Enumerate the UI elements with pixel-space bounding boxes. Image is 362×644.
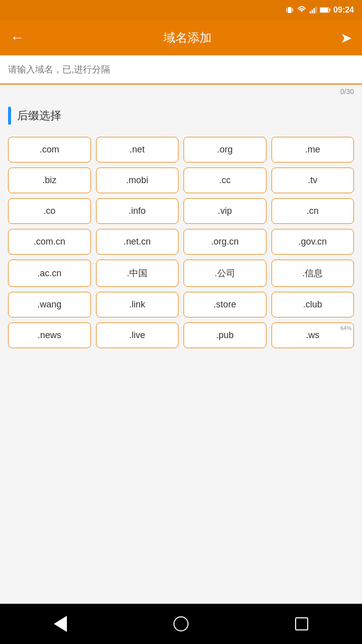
tld-button[interactable]: .com.cn bbox=[8, 229, 91, 255]
header: ← 域名添加 ➤ bbox=[0, 20, 362, 55]
svg-rect-1 bbox=[286, 8, 287, 12]
tld-button[interactable]: .com bbox=[8, 137, 91, 163]
section-title: 后缀选择 bbox=[17, 108, 61, 123]
tld-button[interactable]: .公司 bbox=[184, 260, 266, 287]
vibrate-icon bbox=[285, 6, 294, 15]
domain-input[interactable] bbox=[8, 55, 354, 84]
svg-rect-8 bbox=[329, 9, 330, 12]
tld-button[interactable]: .org bbox=[184, 137, 266, 163]
tld-button[interactable]: .gov.cn bbox=[272, 229, 354, 255]
tld-button[interactable]: .store bbox=[184, 292, 266, 317]
tld-button[interactable]: .live bbox=[96, 323, 179, 348]
tld-button[interactable]: .co bbox=[8, 198, 91, 224]
back-button[interactable]: ← bbox=[10, 30, 24, 46]
bottom-nav bbox=[0, 604, 362, 644]
input-counter: 0/30 bbox=[340, 88, 354, 96]
input-area bbox=[0, 55, 362, 85]
tld-grid: .com.net.org.me.biz.mobi.cc.tv.co.info.v… bbox=[0, 137, 362, 358]
tld-button[interactable]: .cc bbox=[184, 168, 266, 193]
recents-square-icon bbox=[295, 617, 308, 630]
tld-button[interactable]: .cn bbox=[272, 198, 354, 224]
tld-button[interactable]: .ac.cn bbox=[8, 260, 91, 287]
tld-button[interactable]: .net.cn bbox=[96, 229, 179, 255]
tld-button[interactable]: .link bbox=[96, 292, 179, 317]
svg-rect-0 bbox=[288, 7, 292, 13]
tld-button[interactable]: .mobi bbox=[96, 168, 179, 193]
tld-button[interactable]: .wang bbox=[8, 292, 91, 317]
status-icons: 09:24 bbox=[285, 6, 354, 15]
svg-rect-6 bbox=[316, 7, 317, 14]
signal-icon bbox=[309, 6, 317, 15]
status-time: 09:24 bbox=[333, 6, 354, 15]
tld-badge: 64% bbox=[340, 325, 351, 331]
tld-button[interactable]: .club bbox=[272, 292, 354, 317]
page-title: 域名添加 bbox=[34, 30, 340, 46]
svg-rect-9 bbox=[320, 8, 328, 12]
suffix-section: 后缀选择 bbox=[0, 99, 362, 137]
tld-button[interactable]: .biz bbox=[8, 168, 91, 193]
counter-bar: 0/30 bbox=[0, 85, 362, 99]
section-indicator bbox=[8, 107, 11, 125]
svg-rect-4 bbox=[312, 10, 313, 13]
tld-button[interactable]: .me bbox=[272, 137, 354, 163]
tld-button[interactable]: .net bbox=[96, 137, 179, 163]
tld-button[interactable]: .pub bbox=[184, 323, 266, 348]
wifi-icon bbox=[297, 6, 307, 15]
back-triangle-icon bbox=[54, 616, 67, 632]
tld-button[interactable]: .tv bbox=[272, 168, 354, 193]
tld-button[interactable]: .信息 bbox=[272, 260, 354, 287]
send-button[interactable]: ➤ bbox=[340, 30, 352, 46]
nav-recents-button[interactable] bbox=[287, 609, 317, 639]
tld-button[interactable]: .org.cn bbox=[184, 229, 266, 255]
tld-button[interactable]: .中国 bbox=[96, 260, 179, 287]
tld-button[interactable]: .ws64% bbox=[272, 323, 354, 348]
svg-rect-2 bbox=[292, 8, 293, 12]
nav-home-button[interactable] bbox=[166, 609, 196, 639]
svg-rect-5 bbox=[314, 8, 315, 14]
section-header: 后缀选择 bbox=[8, 107, 354, 125]
battery-icon bbox=[320, 7, 331, 14]
home-circle-icon bbox=[173, 616, 189, 631]
svg-rect-3 bbox=[310, 12, 311, 14]
tld-button[interactable]: .news bbox=[8, 323, 91, 348]
status-bar: 09:24 bbox=[0, 0, 362, 20]
tld-button[interactable]: .info bbox=[96, 198, 179, 224]
nav-back-button[interactable] bbox=[45, 609, 75, 639]
tld-button[interactable]: .vip bbox=[184, 198, 266, 224]
